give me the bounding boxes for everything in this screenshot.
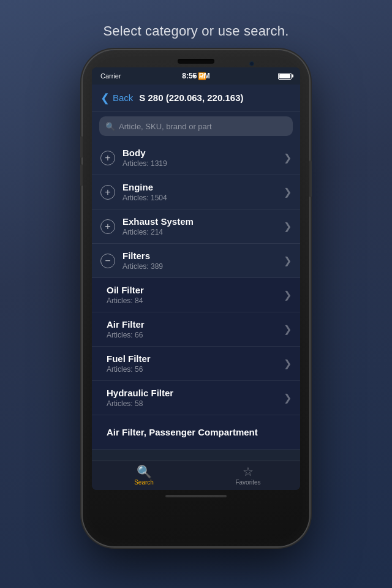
item-text-hydraulic-filter: Hydraulic Filter Articles: 58 xyxy=(107,388,279,408)
search-placeholder-text: Article, SKU, brand or part xyxy=(119,122,212,131)
item-title-air-filter-passenger: Air Filter, Passenger Compartment xyxy=(107,427,292,437)
tab-bar: 🔍 Search ☆ Favorites xyxy=(92,461,300,490)
vol-up-button xyxy=(80,136,83,158)
page-hint: Select category or use search. xyxy=(103,23,288,39)
item-subtitle-exhaust: Articles: 214 xyxy=(123,228,279,236)
item-text-body: Body Articles: 1319 xyxy=(123,148,279,168)
item-text-exhaust: Exhaust System Articles: 214 xyxy=(123,216,279,236)
item-subtitle-fuel-filter: Articles: 56 xyxy=(107,365,279,374)
favorites-tab-icon: ☆ xyxy=(243,466,254,478)
item-subtitle-hydraulic-filter: Articles: 58 xyxy=(107,399,279,408)
search-icon: 🔍 xyxy=(105,122,115,131)
favorites-tab-label: Favorites xyxy=(235,479,260,486)
item-subtitle-air-filter: Articles: 66 xyxy=(107,331,279,339)
list-item[interactable]: Air Filter, Passenger Compartment xyxy=(92,415,300,450)
chevron-right-icon-body: ❯ xyxy=(284,152,292,164)
expand-icon-exhaust: + xyxy=(100,219,115,234)
search-bar-container: 🔍 Article, SKU, brand or part xyxy=(92,111,300,141)
nav-title: S 280 (220.063, 220.163) xyxy=(139,92,243,103)
list-item[interactable]: + Exhaust System Articles: 214 ❯ xyxy=(92,209,300,244)
list-item[interactable]: Hydraulic Filter Articles: 58 ❯ xyxy=(92,381,300,415)
power-button xyxy=(309,160,312,197)
tab-search[interactable]: 🔍 Search xyxy=(92,461,196,490)
phone-speaker xyxy=(178,59,214,64)
item-text-fuel-filter: Fuel Filter Articles: 56 xyxy=(107,353,279,374)
status-right xyxy=(278,73,292,80)
battery-fill xyxy=(279,74,290,78)
status-carrier: Carrier xyxy=(100,72,121,80)
back-label: Back xyxy=(113,92,133,103)
item-title-hydraulic-filter: Hydraulic Filter xyxy=(107,388,279,398)
list-item[interactable]: + Engine Articles: 1504 ❯ xyxy=(92,175,300,209)
item-text-air-filter: Air Filter Articles: 66 xyxy=(107,319,279,339)
item-title-engine: Engine xyxy=(123,182,279,192)
item-subtitle-body: Articles: 1319 xyxy=(123,159,279,168)
search-tab-label: Search xyxy=(134,479,154,486)
search-tab-icon: 🔍 xyxy=(137,466,152,478)
list-item[interactable]: Air Filter Articles: 66 ❯ xyxy=(92,312,300,347)
item-text-engine: Engine Articles: 1504 xyxy=(123,182,279,202)
item-text-filters: Filters Articles: 389 xyxy=(123,251,279,271)
item-subtitle-filters: Articles: 389 xyxy=(123,262,279,271)
search-input[interactable]: 🔍 Article, SKU, brand or part xyxy=(99,116,293,136)
item-text-oil-filter: Oil Filter Articles: 84 xyxy=(107,285,279,305)
status-time: 8:55 PM xyxy=(182,72,209,80)
list-item[interactable]: Oil Filter Articles: 84 ❯ xyxy=(92,278,300,312)
chevron-right-icon-filters: ❯ xyxy=(284,255,292,266)
vol-down-button xyxy=(80,164,83,186)
tab-favorites[interactable]: ☆ Favorites xyxy=(196,461,300,490)
collapse-icon-filters: − xyxy=(100,254,115,268)
phone-shell: Carrier ▾ 📶 8:55 PM ❮ Back S 280 (220.06… xyxy=(83,50,309,546)
chevron-right-icon-air-filter: ❯ xyxy=(284,323,292,335)
chevron-right-icon-oil-filter: ❯ xyxy=(284,289,292,301)
list-item[interactable]: Fuel Filter Articles: 56 ❯ xyxy=(92,347,300,381)
list-item[interactable]: + Body Articles: 1319 ❯ xyxy=(92,141,300,175)
expand-icon-engine: + xyxy=(100,185,115,200)
item-title-air-filter: Air Filter xyxy=(107,319,279,330)
back-chevron-icon: ❮ xyxy=(100,92,110,104)
item-title-filters: Filters xyxy=(123,251,279,261)
status-bar: Carrier ▾ 📶 8:55 PM xyxy=(92,67,300,85)
item-subtitle-engine: Articles: 1504 xyxy=(123,194,279,202)
chevron-right-icon-fuel-filter: ❯ xyxy=(284,358,292,369)
item-title-body: Body xyxy=(123,148,279,158)
chevron-right-icon-hydraulic-filter: ❯ xyxy=(284,392,292,404)
nav-bar: ❮ Back S 280 (220.063, 220.163) xyxy=(92,85,300,111)
phone-top-bar xyxy=(83,50,309,64)
chevron-right-icon-engine: ❯ xyxy=(284,186,292,198)
item-text-air-filter-passenger: Air Filter, Passenger Compartment xyxy=(107,427,292,437)
category-list: + Body Articles: 1319 ❯ + Engine Article… xyxy=(92,141,300,461)
item-title-oil-filter: Oil Filter xyxy=(107,285,279,295)
item-title-exhaust: Exhaust System xyxy=(123,216,279,227)
chevron-right-icon-exhaust: ❯ xyxy=(284,221,292,232)
item-title-fuel-filter: Fuel Filter xyxy=(107,353,279,364)
item-subtitle-oil-filter: Articles: 84 xyxy=(107,296,279,305)
battery-icon xyxy=(278,73,292,80)
list-item[interactable]: − Filters Articles: 389 ❯ xyxy=(92,244,300,278)
back-button[interactable]: ❮ Back xyxy=(100,92,133,104)
home-indicator xyxy=(165,495,227,497)
phone-camera xyxy=(249,61,254,66)
expand-icon-body: + xyxy=(100,151,115,165)
phone-screen: Carrier ▾ 📶 8:55 PM ❮ Back S 280 (220.06… xyxy=(92,67,300,490)
